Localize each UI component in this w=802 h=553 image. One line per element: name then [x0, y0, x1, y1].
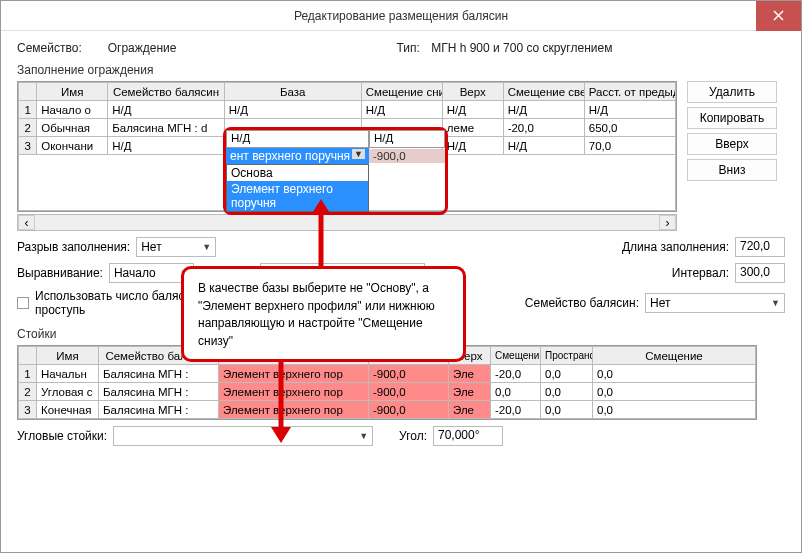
interval-field[interactable]: 300,0: [735, 263, 785, 283]
fill-legend: Заполнение ограждения: [17, 63, 785, 77]
header-line: Семейство: Ограждение Тип: МГН h 900 и 7…: [17, 41, 785, 55]
cell-base[interactable]: Н/Д: [224, 101, 361, 119]
instruction-callout: В качестве базы выберите не "Основу", а …: [181, 266, 466, 362]
row1-offb-visible[interactable]: Н/Д: [369, 130, 445, 148]
col-family[interactable]: Семейство балясин: [108, 83, 225, 101]
row-num: 2: [19, 119, 37, 137]
row-num: 1: [19, 101, 37, 119]
align-label: Выравнивание:: [17, 266, 103, 280]
cell-name[interactable]: Окончани: [37, 137, 108, 155]
corner-cell: [19, 83, 37, 101]
row-num: 3: [19, 137, 37, 155]
cell-top[interactable]: леме: [442, 119, 503, 137]
cell-fam[interactable]: Балясина МГН : d: [108, 119, 225, 137]
title-bar: Редактирование размещения балясин: [1, 1, 801, 31]
svg-marker-3: [311, 199, 331, 215]
svg-marker-5: [271, 427, 291, 443]
angle-label: Угол:: [399, 429, 427, 443]
corner-posts-select[interactable]: ▼: [113, 426, 373, 446]
cell-dist[interactable]: 650,0: [584, 119, 675, 137]
delete-button[interactable]: Удалить: [687, 81, 777, 103]
col-offset-top[interactable]: Смещение сверху: [503, 83, 584, 101]
close-icon: [773, 10, 784, 21]
col-distance[interactable]: Расст. от предыдущ: [584, 83, 675, 101]
break-select[interactable]: Нет▼: [136, 237, 216, 257]
baluster-family-select[interactable]: Нет▼: [645, 293, 785, 313]
annotation-arrow-down: [261, 351, 301, 446]
fill-row-1[interactable]: 1 Начало о Н/Д Н/Д Н/Д Н/Д Н/Д Н/Д: [19, 101, 676, 119]
pcol-name[interactable]: Имя: [37, 347, 99, 365]
col-name[interactable]: Имя: [37, 83, 108, 101]
cell-top[interactable]: Н/Д: [442, 101, 503, 119]
fill-length-label: Длина заполнения:: [622, 240, 729, 254]
posts-row-3[interactable]: 3 Конечная Балясина МГН : Элемент верхне…: [19, 401, 756, 419]
family-label: Семейство:: [17, 41, 82, 55]
callout-text: В качестве базы выберите не "Основу", а …: [198, 281, 435, 348]
cell-offb[interactable]: Н/Д: [361, 101, 442, 119]
chevron-down-icon: ▼: [202, 242, 211, 252]
dropdown-option-element[interactable]: Элемент верхнего поручня: [227, 181, 368, 211]
cell-fam[interactable]: Н/Д: [108, 101, 225, 119]
baluster-family-label: Семейство балясин:: [525, 296, 639, 310]
cell-offt[interactable]: Н/Д: [503, 101, 584, 119]
scroll-left-button[interactable]: ‹: [18, 215, 35, 230]
offb-highlight[interactable]: -900,0: [369, 149, 445, 163]
base-select-open[interactable]: ент верхнего поручня ▼: [226, 148, 369, 164]
col-offset-bottom[interactable]: Смещение снизу: [361, 83, 442, 101]
type-value: МГН h 900 и 700 со скруглением: [431, 41, 612, 55]
row1-base-visible[interactable]: Н/Д: [226, 130, 369, 148]
fill-length-field[interactable]: 720,0: [735, 237, 785, 257]
corner-posts-label: Угловые стойки:: [17, 429, 107, 443]
pcol-space[interactable]: Пространство: [541, 347, 593, 365]
dropdown-option-osnova[interactable]: Основа: [227, 165, 368, 181]
cell-name[interactable]: Обычная: [37, 119, 108, 137]
posts-row-2[interactable]: 2 Угловая с Балясина МГН : Элемент верхн…: [19, 383, 756, 401]
col-base[interactable]: База: [224, 83, 361, 101]
fill-header-row: Имя Семейство балясин База Смещение сниз…: [19, 83, 676, 101]
cell-dist[interactable]: 70,0: [584, 137, 675, 155]
up-button[interactable]: Вверх: [687, 133, 777, 155]
copy-button[interactable]: Копировать: [687, 107, 777, 129]
annotation-arrow-up: [301, 199, 341, 271]
cell-offt[interactable]: -20,0: [503, 119, 584, 137]
cell-top[interactable]: Н/Д: [442, 137, 503, 155]
col-top[interactable]: Верх: [442, 83, 503, 101]
type-label: Тип:: [396, 41, 419, 55]
cell-fam[interactable]: Н/Д: [108, 137, 225, 155]
cell-name[interactable]: Начало о: [37, 101, 108, 119]
posts-row-1[interactable]: 1 Начальн Балясина МГН : Элемент верхнег…: [19, 365, 756, 383]
close-button[interactable]: [756, 1, 801, 31]
base-dropdown-list[interactable]: Основа Элемент верхнего поручня: [226, 164, 369, 212]
break-label: Разрыв заполнения:: [17, 240, 130, 254]
cell-dist[interactable]: Н/Д: [584, 101, 675, 119]
cell-offt[interactable]: Н/Д: [503, 137, 584, 155]
down-button[interactable]: Вниз: [687, 159, 777, 181]
chevron-down-icon: ▼: [359, 431, 368, 441]
pcol-offt[interactable]: Смещение сверху: [491, 347, 541, 365]
chevron-down-icon: ▼: [771, 298, 780, 308]
use-count-checkbox[interactable]: [17, 297, 29, 309]
interval-label: Интервал:: [672, 266, 729, 280]
h-scrollbar[interactable]: ‹ ›: [17, 214, 677, 231]
scroll-right-button[interactable]: ›: [659, 215, 676, 230]
pcol-off[interactable]: Смещение: [593, 347, 756, 365]
family-value: Ограждение: [108, 41, 177, 55]
window-title: Редактирование размещения балясин: [294, 9, 508, 23]
angle-field[interactable]: 70,000°: [433, 426, 503, 446]
chevron-down-icon: ▼: [352, 149, 365, 159]
